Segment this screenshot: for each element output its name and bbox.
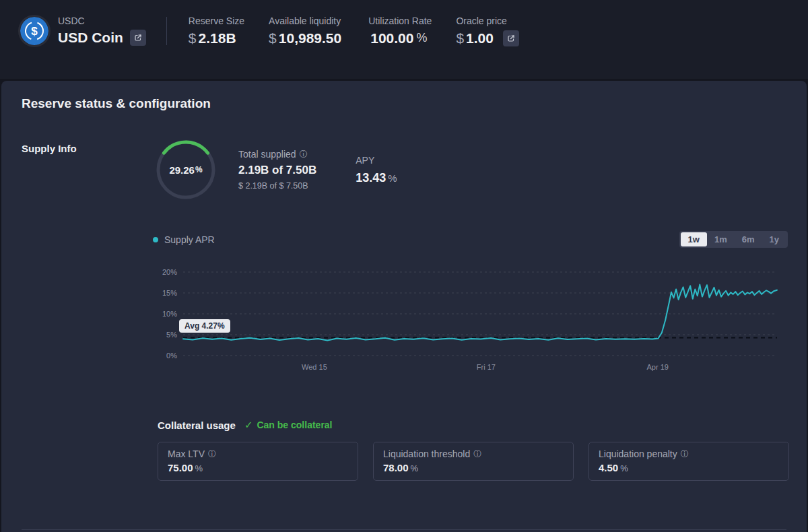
stat-available-liquidity: Available liquidity $10,989.50 — [269, 15, 344, 46]
info-icon[interactable]: ⓘ — [300, 150, 308, 158]
svg-text:10%: 10% — [162, 310, 177, 318]
total-supplied-label: Total supplied — [238, 149, 296, 160]
svg-text:$: $ — [31, 25, 38, 38]
info-icon[interactable]: ⓘ — [473, 450, 481, 458]
chart-header: Supply APR 1w 1m 6m 1y — [153, 231, 788, 248]
svg-text:5%: 5% — [166, 331, 177, 339]
apy-block: APY 13.43% — [356, 155, 397, 185]
apy-label: APY — [356, 155, 397, 166]
liquidation-penalty-box: Liquidation penalty ⓘ 4.50% — [588, 442, 789, 481]
supply-gauge: 29.26% — [151, 135, 221, 205]
token-external-link-button[interactable] — [130, 30, 146, 46]
section-divider — [22, 529, 786, 530]
total-supplied-usd: $ 2.19B of $ 7.50B — [238, 181, 316, 191]
svg-text:20%: 20% — [162, 268, 177, 276]
chart-legend: Supply APR — [153, 234, 215, 245]
stat-utilization-rate: Utilization Rate 100.00% — [368, 15, 432, 46]
supply-apr-chart[interactable]: 0%5%10%15%20%Wed 15Fri 17Apr 19 — [149, 265, 784, 376]
reserve-header: $ USDC USD Coin Reserve Size $2.18B Avai… — [0, 0, 808, 79]
liquidation-threshold-value: 78.00% — [383, 462, 564, 473]
gauge-percent: 29.26% — [151, 135, 221, 205]
total-supplied-block: Total supplied ⓘ 2.19B of 7.50B $ 2.19B … — [238, 149, 316, 191]
collateral-usage-title: Collateral usage — [158, 420, 236, 431]
total-supplied-value: 2.19B of 7.50B — [238, 164, 316, 177]
token-block: $ USDC USD Coin — [20, 15, 146, 46]
svg-text:Fri 17: Fri 17 — [477, 363, 496, 371]
supply-apr-chart-area[interactable]: 0%5%10%15%20%Wed 15Fri 17Apr 19 Avg 4.27… — [149, 265, 784, 376]
liquidation-threshold-box: Liquidation threshold ⓘ 78.00% — [373, 442, 574, 481]
supply-info-row: 29.26% Total supplied ⓘ 2.19B of 7.50B $… — [151, 135, 397, 205]
check-icon: ✓ — [244, 419, 253, 431]
info-icon[interactable]: ⓘ — [681, 450, 689, 458]
external-link-icon — [134, 34, 142, 42]
reserve-panel: Reserve status & configuration Supply In… — [1, 81, 807, 532]
legend-dot-icon — [153, 237, 158, 242]
header-stats: Reserve Size $2.18B Available liquidity … — [189, 15, 519, 46]
liquidation-penalty-value: 4.50% — [599, 462, 779, 473]
stat-oracle-price: Oracle price $1.00 — [456, 15, 519, 46]
collateral-status-label: Can be collateral — [257, 420, 332, 430]
token-symbol: USDC — [58, 15, 146, 26]
max-ltv-label: Max LTV — [168, 448, 205, 459]
oracle-external-link-button[interactable] — [503, 30, 519, 46]
header-divider — [166, 17, 167, 45]
collateral-status-badge: ✓ Can be collateral — [244, 419, 333, 431]
max-ltv-box: Max LTV ⓘ 75.00% — [158, 442, 358, 481]
svg-text:Apr 19: Apr 19 — [647, 363, 669, 371]
liquidation-threshold-label: Liquidation threshold — [383, 448, 470, 459]
panel-title: Reserve status & configuration — [22, 96, 211, 111]
external-link-icon — [507, 34, 515, 42]
svg-text:0%: 0% — [166, 352, 177, 360]
usdc-logo-icon: $ — [20, 17, 48, 45]
avg-badge: Avg 4.27% — [179, 319, 230, 333]
svg-text:Wed 15: Wed 15 — [302, 363, 327, 371]
info-icon[interactable]: ⓘ — [208, 450, 216, 458]
collateral-params: Max LTV ⓘ 75.00% Liquidation threshold ⓘ… — [158, 442, 789, 481]
svg-text:15%: 15% — [162, 289, 177, 297]
stat-reserve-size: Reserve Size $2.18B — [189, 15, 244, 46]
range-button-1w[interactable]: 1w — [681, 232, 707, 246]
page-title: USD Coin — [58, 30, 123, 46]
time-range-selector: 1w 1m 6m 1y — [679, 231, 788, 248]
range-button-6m[interactable]: 6m — [735, 232, 762, 246]
section-label-supply-info: Supply Info — [22, 143, 77, 154]
apy-value: 13.43% — [356, 171, 397, 185]
liquidation-penalty-label: Liquidation penalty — [599, 448, 677, 459]
collateral-usage-header: Collateral usage ✓ Can be collateral — [158, 419, 333, 431]
range-button-1m[interactable]: 1m — [707, 232, 735, 246]
max-ltv-value: 75.00% — [168, 462, 348, 473]
range-button-1y[interactable]: 1y — [762, 232, 786, 246]
legend-label: Supply APR — [164, 234, 215, 245]
